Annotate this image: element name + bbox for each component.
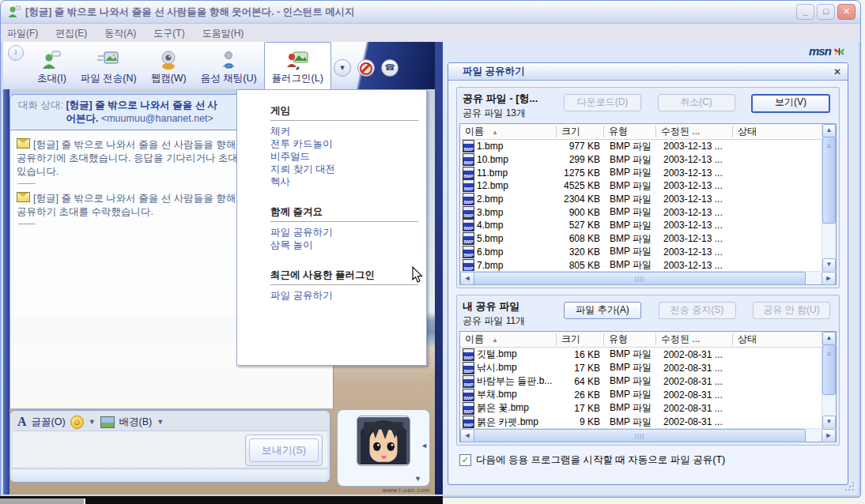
menu-item-file-sharing[interactable]: 파일 공유하기 — [270, 226, 418, 239]
table-row[interactable]: 깃털.bmp16 KBBMP 파일2002-08-31 ... — [460, 348, 822, 361]
message-input[interactable]: 보내기(S) — [13, 431, 327, 468]
table-row[interactable]: 낚시.bmp17 KBBMP 파일2002-08-31 ... — [460, 361, 822, 374]
menu-item-tic-tac-toe[interactable]: 삼목 놀이 — [270, 239, 418, 251]
scroll-left-icon[interactable]: ◄ — [460, 272, 474, 285]
column-status[interactable]: 상태 — [733, 333, 822, 345]
column-status[interactable]: 상태 — [733, 126, 822, 137]
emoticon-dropdown-icon[interactable]: ▼ — [89, 418, 96, 426]
mail-icon — [17, 192, 30, 202]
table-row[interactable]: 1.bmp977 KBBMP 파일2003-12-13 ... — [460, 140, 822, 153]
column-size[interactable]: 크기 — [557, 333, 604, 345]
taskbar-button[interactable] — [0, 498, 85, 504]
table-row[interactable]: 부채.bmp26 KBBMP 파일2002-08-31 ... — [460, 388, 822, 401]
table-cell: 805 KB — [559, 260, 606, 271]
column-type[interactable]: 유형 — [604, 126, 656, 137]
menu-item-checkers[interactable]: 체커 — [270, 125, 418, 137]
background-button[interactable]: 배경(B) — [119, 416, 153, 429]
table-cell: 7.bmp — [460, 259, 559, 272]
table-cell: 9 KB — [559, 416, 606, 427]
menu-item-minesweeper[interactable]: 지뢰 찾기 대전 — [270, 163, 418, 175]
column-size[interactable]: 크기 — [557, 126, 604, 137]
buddy-avatar[interactable] — [357, 416, 410, 466]
send-button[interactable]: 보내기(S) — [249, 438, 319, 462]
add-files-button[interactable]: 파일 추가(A) — [564, 302, 641, 319]
messenger-buddy-icon — [7, 6, 21, 18]
table-cell: BMP 파일 — [606, 140, 662, 153]
column-modified[interactable]: 수정된 ... — [656, 333, 733, 345]
file-transfer-button[interactable]: 파일 전송(N) — [74, 42, 144, 89]
table-row[interactable]: 10.bmp299 KBBMP 파일2003-12-13 ... — [460, 153, 822, 167]
table-cell: BMP 파일 — [606, 205, 662, 219]
vertical-scrollbar[interactable]: ▲ ▼ — [822, 124, 836, 272]
stop-transfer-button[interactable]: 전송 중지(S) — [659, 302, 736, 319]
close-button[interactable]: ✕ — [837, 4, 856, 20]
table-row[interactable]: 붉은 꽃.bmp17 KBBMP 파일2002-08-31 ... — [460, 401, 822, 415]
emoticon-icon[interactable]: ☺ — [70, 416, 84, 429]
table-row[interactable]: 6.bmp320 KBBMP 파일2003-12-13 ... — [460, 246, 822, 259]
maximize-button[interactable]: □ — [817, 4, 835, 20]
table-row[interactable]: 12.bmp4525 KBBMP 파일2003-12-13 ... — [460, 179, 822, 193]
block-icon[interactable] — [357, 59, 375, 77]
plugin-button[interactable]: 플러그인(L) — [264, 42, 331, 89]
local-files-group: 내 공유 파일 공유 파일 11개 파일 추가(A) 전송 중지(S) 공유 안… — [456, 295, 840, 446]
avatar-options-icon[interactable]: ▼ — [414, 475, 421, 483]
voice-chat-button[interactable]: 음성 채팅(U) — [194, 42, 264, 89]
scroll-right-icon[interactable]: ► — [822, 272, 836, 285]
scroll-up-icon[interactable]: ▲ — [822, 124, 836, 137]
menu-edit[interactable]: 편집(E) — [55, 27, 87, 40]
column-type[interactable]: 유형 — [604, 333, 656, 345]
menu-item-bejeweled[interactable]: 비주얼드 — [270, 150, 418, 163]
menu-item-recent-file-sharing[interactable]: 파일 공유하기 — [270, 289, 418, 302]
menu-actions[interactable]: 동작(A) — [104, 27, 136, 40]
horizontal-scrollbar[interactable]: ◄ ► — [460, 428, 836, 442]
table-cell: 2002-08-31 ... — [662, 403, 740, 414]
table-cell: 2003-12-13 ... — [662, 154, 740, 165]
resize-grip-icon[interactable] — [845, 482, 856, 492]
table-row[interactable]: 바람부는 들판.b...64 KBBMP 파일2002-08-31 ... — [460, 374, 822, 388]
table-row[interactable]: 11.bmp1275 KBBMP 파일2003-12-13 ... — [460, 166, 822, 179]
table-row[interactable]: 4.bmp527 KBBMP 파일2003-12-13 ... — [460, 219, 822, 232]
menu-help[interactable]: 도움말(H) — [202, 27, 244, 40]
webcam-button[interactable]: 웹캠(W) — [144, 42, 194, 89]
menu-item-battle-cards[interactable]: 전투 카드놀이 — [270, 137, 418, 150]
table-row[interactable]: 2.bmp2304 KBBMP 파일2003-12-13 ... — [460, 193, 822, 206]
menu-item-hexa[interactable]: 헥사 — [270, 175, 418, 188]
minimize-button[interactable]: _ — [796, 4, 814, 20]
panel-collapse-icon[interactable]: ◄ — [421, 442, 428, 449]
chevron-down-icon[interactable]: ▾ — [334, 59, 351, 77]
table-cell: 2002-08-31 ... — [662, 416, 740, 427]
phone-icon[interactable]: ☎ — [381, 59, 399, 77]
font-button[interactable]: 글꼴(O) — [32, 416, 66, 429]
vertical-scrollbar[interactable]: ▲ ▼ — [822, 332, 836, 429]
table-row[interactable]: 7.bmp805 KBBMP 파일2003-12-13 ... — [460, 258, 822, 272]
scroll-right-icon[interactable]: ► — [822, 429, 836, 442]
title-bar[interactable]: [헝글] 줄 밖으로 나와서 줄을 선 사람들을 향해 웃어본다. - 인스턴트… — [1, 1, 860, 24]
horizontal-scrollbar[interactable]: ◄ ► — [460, 271, 836, 284]
scroll-down-icon[interactable]: ▼ — [822, 258, 836, 272]
column-modified[interactable]: 수정된 ... — [656, 126, 733, 137]
mail-icon — [17, 138, 30, 149]
table-row[interactable]: 3.bmp900 KBBMP 파일2003-12-13 ... — [460, 205, 822, 219]
menu-tools[interactable]: 도구(T) — [153, 27, 184, 40]
menu-section-header: 함께 즐겨요 — [270, 205, 418, 219]
background-dropdown-icon[interactable]: ▼ — [157, 418, 164, 426]
menu-file[interactable]: 파일(F) — [7, 27, 38, 40]
scroll-left-icon[interactable]: ◄ — [460, 429, 474, 442]
auto-share-checkbox[interactable]: ✓ — [459, 454, 471, 466]
scroll-down-icon[interactable]: ▼ — [822, 416, 836, 429]
table-row[interactable]: 5.bmp608 KBBMP 파일2003-12-13 ... — [460, 232, 822, 246]
pane-divider[interactable] — [435, 42, 443, 495]
menu-separator — [270, 221, 418, 222]
table-row[interactable]: 붉은 카펫.bmp9 KBBMP 파일2002-08-31 ... — [460, 415, 822, 428]
toolbar-collapse-icon[interactable]: ↕ — [8, 45, 24, 61]
download-button[interactable]: 다운로드(D) — [564, 94, 641, 111]
panel-close-icon[interactable]: ✕ — [833, 66, 841, 77]
scroll-up-icon[interactable]: ▲ — [822, 332, 836, 345]
unshare-button[interactable]: 공유 안 함(U) — [753, 302, 830, 319]
cancel-button[interactable]: 취소(C) — [658, 94, 735, 111]
view-button[interactable]: 보기(V) — [751, 94, 830, 113]
compose-status-bar — [13, 470, 327, 480]
column-name[interactable]: 이름▲ — [460, 333, 557, 345]
column-name[interactable]: 이름▲ — [460, 126, 557, 137]
invite-button[interactable]: 초대(I) — [30, 42, 74, 89]
